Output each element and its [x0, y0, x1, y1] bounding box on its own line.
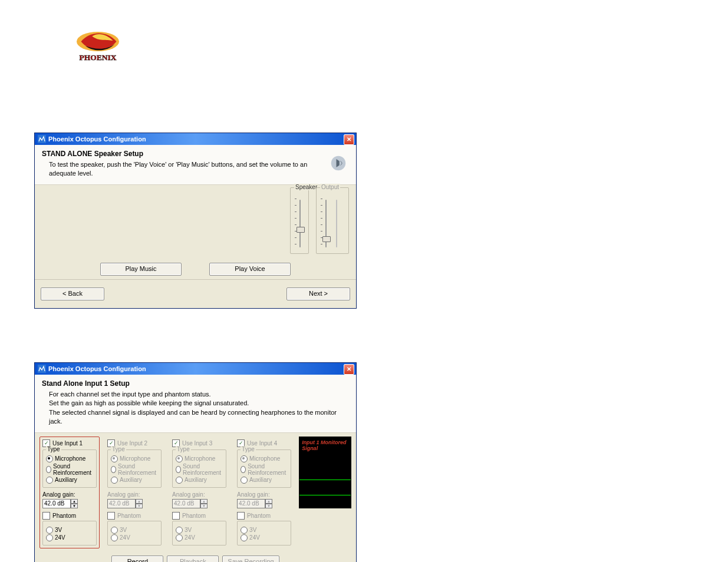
phantom-check[interactable]: [42, 512, 50, 520]
type-option[interactable]: Microphone: [46, 455, 93, 462]
window-title: Phoenix Octopus Configuration: [48, 133, 146, 145]
play-music-button[interactable]: Play Music: [100, 263, 182, 276]
radio-icon: [241, 477, 248, 484]
type-label: Sound Reinforcement: [183, 463, 223, 476]
spin-down-icon[interactable]: ▼: [200, 504, 207, 508]
type-label: Microphone: [55, 455, 85, 462]
input-channel-1[interactable]: ✓Use Input 1TypeMicrophoneSound Reinforc…: [39, 437, 100, 548]
speaker-slider[interactable]: [294, 199, 305, 249]
radio-icon: [111, 477, 118, 484]
phantom-label: Phantom: [182, 513, 206, 519]
playback-button[interactable]: Playback: [167, 556, 219, 562]
phantom-option: 24V: [241, 534, 288, 541]
gain-label: Analog gain:: [107, 491, 162, 498]
phantom-value: 3V: [185, 527, 192, 533]
gain-stepper[interactable]: ▲▼: [42, 499, 78, 508]
phantom-check: [237, 512, 245, 520]
spin-up-icon[interactable]: ▲: [136, 499, 143, 504]
titlebar[interactable]: Phoenix Octopus Configuration ✕: [35, 133, 356, 145]
radio-icon: [111, 455, 118, 462]
type-label: Sound Reinforcement: [248, 463, 288, 476]
radio-icon: [46, 527, 53, 534]
radio-icon: [176, 534, 183, 541]
spin-down-icon[interactable]: ▼: [136, 504, 143, 508]
radio-icon: [46, 477, 53, 484]
type-label: Auxiliary: [120, 477, 142, 483]
phantom-check: [107, 512, 115, 520]
type-option: Sound Reinforcement: [111, 463, 158, 476]
group-label: Speaker: [294, 184, 318, 190]
play-voice-button[interactable]: Play Voice: [209, 263, 291, 276]
gain-value: [172, 499, 200, 508]
phantom-option: 3V: [241, 527, 288, 534]
app-icon: [38, 135, 46, 143]
gain-label: Analog gain:: [172, 491, 226, 498]
wizard-icon: [330, 155, 347, 171]
type-option: Sound Reinforcement: [241, 463, 288, 476]
type-option: Microphone: [111, 455, 158, 462]
next-button[interactable]: Next >: [286, 287, 350, 300]
spin-down-icon[interactable]: ▼: [265, 504, 272, 508]
input-channel-3: ✓Use Input 3TypeMicrophoneSound Reinforc…: [169, 437, 229, 548]
type-option: Sound Reinforcement: [176, 463, 223, 476]
titlebar[interactable]: Phoenix Octopus Configuration ✕: [35, 363, 356, 375]
spin-up-icon[interactable]: ▲: [71, 499, 78, 504]
radio-icon: [46, 534, 53, 541]
type-legend: Type: [241, 446, 256, 452]
page-subtitle: For each channel set the input type and …: [49, 390, 347, 427]
phantom-option: 24V: [111, 534, 158, 541]
output-slider-left[interactable]: [320, 199, 331, 249]
close-icon[interactable]: ✕: [344, 364, 354, 375]
close-icon[interactable]: ✕: [344, 134, 354, 145]
spin-up-icon[interactable]: ▲: [265, 499, 272, 504]
group-label: Output: [320, 184, 340, 190]
logo-text: PHOENIX: [79, 53, 116, 62]
type-legend: Type: [176, 446, 191, 452]
input-channel-4: ✓Use Input 4TypeMicrophoneSound Reinforc…: [234, 437, 294, 548]
spin-up-icon[interactable]: ▲: [200, 499, 207, 504]
scope-label: Input 1 Monitored Signal: [302, 439, 351, 451]
radio-icon: [241, 466, 246, 473]
phantom-value: 3V: [249, 527, 256, 533]
back-button[interactable]: < Back: [41, 287, 104, 300]
type-label: Sound Reinforcement: [118, 463, 158, 476]
record-button[interactable]: Record: [111, 556, 163, 562]
input-channel-2: ✓Use Input 2TypeMicrophoneSound Reinforc…: [104, 437, 164, 548]
radio-icon: [241, 534, 248, 541]
radio-icon: [176, 466, 181, 473]
phoenix-logo: PHOENIX: [71, 28, 127, 64]
type-option[interactable]: Sound Reinforcement: [46, 463, 93, 476]
phantom-option: 24V: [176, 534, 223, 541]
signal-scope: Input 1 Monitored Signal: [299, 437, 351, 508]
radio-icon: [241, 527, 248, 534]
radio-icon: [111, 527, 118, 534]
page-title: STAND ALONE Speaker Setup: [42, 150, 325, 158]
type-option: Microphone: [176, 455, 223, 462]
type-legend: Type: [111, 446, 126, 452]
gain-stepper: ▲▼: [172, 499, 207, 508]
radio-icon: [111, 466, 116, 473]
output-meter-right: [334, 199, 345, 249]
gain-value: [237, 499, 265, 508]
radio-icon: [46, 466, 51, 473]
phantom-value: 24V: [249, 534, 260, 541]
spin-down-icon[interactable]: ▼: [71, 504, 78, 508]
phantom-option: 3V: [176, 527, 223, 534]
radio-icon: [176, 527, 183, 534]
gain-label: Analog gain:: [42, 491, 97, 498]
phantom-value: 24V: [120, 534, 130, 541]
type-option: Microphone: [241, 455, 288, 462]
svg-rect-3: [38, 365, 46, 373]
phantom-label: Phantom: [247, 513, 271, 519]
window-title: Phoenix Octopus Configuration: [48, 363, 146, 375]
phantom-value: 24V: [185, 534, 195, 541]
gain-value: [107, 499, 136, 508]
gain-stepper: ▲▼: [237, 499, 272, 508]
type-option[interactable]: Auxiliary: [46, 477, 93, 484]
type-label: Auxiliary: [185, 477, 207, 483]
type-legend: Type: [46, 446, 61, 452]
type-option: Auxiliary: [241, 477, 288, 484]
save-recording-button[interactable]: Save Recording: [222, 556, 279, 562]
gain-value[interactable]: [42, 499, 71, 508]
type-label: Microphone: [185, 455, 215, 462]
